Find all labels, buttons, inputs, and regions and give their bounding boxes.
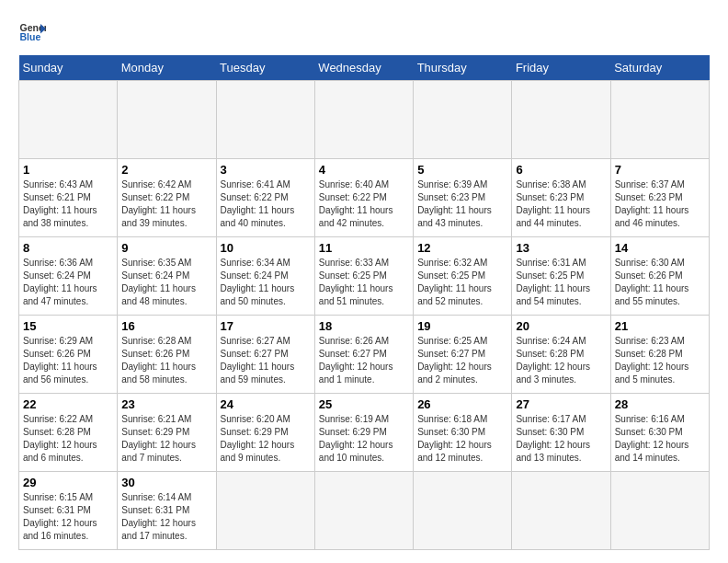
calendar-cell: 21Sunrise: 6:23 AM Sunset: 6:28 PM Dayli… bbox=[610, 316, 709, 394]
day-info: Sunrise: 6:41 AM Sunset: 6:22 PM Dayligh… bbox=[221, 178, 311, 230]
calendar-cell: 26Sunrise: 6:18 AM Sunset: 6:30 PM Dayli… bbox=[414, 394, 512, 472]
day-info: Sunrise: 6:20 AM Sunset: 6:29 PM Dayligh… bbox=[221, 413, 311, 465]
calendar-cell bbox=[414, 472, 512, 550]
calendar-cell: 6Sunrise: 6:38 AM Sunset: 6:23 PM Daylig… bbox=[512, 159, 610, 237]
day-number: 14 bbox=[615, 241, 705, 255]
day-number: 28 bbox=[615, 397, 705, 411]
weekday-header: Tuesday bbox=[216, 55, 314, 81]
calendar-cell: 24Sunrise: 6:20 AM Sunset: 6:29 PM Dayli… bbox=[216, 394, 314, 472]
day-info: Sunrise: 6:26 AM Sunset: 6:27 PM Dayligh… bbox=[319, 335, 409, 386]
calendar-cell: 9Sunrise: 6:35 AM Sunset: 6:24 PM Daylig… bbox=[118, 237, 216, 316]
day-number: 21 bbox=[615, 319, 705, 333]
calendar-cell bbox=[314, 472, 413, 550]
day-info: Sunrise: 6:21 AM Sunset: 6:29 PM Dayligh… bbox=[121, 413, 211, 465]
calendar-cell: 17Sunrise: 6:27 AM Sunset: 6:27 PM Dayli… bbox=[216, 316, 314, 394]
calendar-table: SundayMondayTuesdayWednesdayThursdayFrid… bbox=[18, 55, 710, 550]
day-number: 25 bbox=[319, 397, 409, 411]
day-number: 5 bbox=[417, 163, 507, 177]
day-number: 23 bbox=[121, 397, 211, 411]
day-number: 26 bbox=[417, 397, 507, 411]
calendar-cell: 14Sunrise: 6:30 AM Sunset: 6:26 PM Dayli… bbox=[610, 237, 709, 316]
week-row: 8Sunrise: 6:36 AM Sunset: 6:24 PM Daylig… bbox=[19, 237, 710, 316]
day-info: Sunrise: 6:18 AM Sunset: 6:30 PM Dayligh… bbox=[417, 413, 507, 465]
day-info: Sunrise: 6:14 AM Sunset: 6:31 PM Dayligh… bbox=[121, 491, 211, 543]
day-info: Sunrise: 6:29 AM Sunset: 6:26 PM Dayligh… bbox=[23, 335, 113, 386]
calendar-cell: 1Sunrise: 6:43 AM Sunset: 6:21 PM Daylig… bbox=[19, 159, 118, 237]
calendar-cell: 4Sunrise: 6:40 AM Sunset: 6:22 PM Daylig… bbox=[314, 159, 413, 237]
day-info: Sunrise: 6:27 AM Sunset: 6:27 PM Dayligh… bbox=[221, 335, 311, 386]
page-header: General Blue bbox=[18, 18, 710, 46]
calendar-cell: 11Sunrise: 6:33 AM Sunset: 6:25 PM Dayli… bbox=[314, 237, 413, 316]
day-info: Sunrise: 6:15 AM Sunset: 6:31 PM Dayligh… bbox=[23, 491, 113, 543]
day-number: 27 bbox=[516, 397, 606, 411]
day-info: Sunrise: 6:32 AM Sunset: 6:25 PM Dayligh… bbox=[417, 257, 507, 308]
calendar-cell: 15Sunrise: 6:29 AM Sunset: 6:26 PM Dayli… bbox=[19, 316, 118, 394]
day-number: 6 bbox=[516, 163, 606, 177]
day-info: Sunrise: 6:25 AM Sunset: 6:27 PM Dayligh… bbox=[417, 335, 507, 386]
svg-text:Blue: Blue bbox=[20, 31, 41, 42]
day-info: Sunrise: 6:22 AM Sunset: 6:28 PM Dayligh… bbox=[23, 413, 113, 465]
day-number: 9 bbox=[121, 241, 211, 255]
week-row: 1Sunrise: 6:43 AM Sunset: 6:21 PM Daylig… bbox=[19, 159, 710, 237]
day-number: 13 bbox=[516, 241, 606, 255]
day-info: Sunrise: 6:19 AM Sunset: 6:29 PM Dayligh… bbox=[319, 413, 409, 465]
calendar-cell bbox=[118, 81, 216, 159]
calendar-cell bbox=[216, 472, 314, 550]
day-number: 18 bbox=[319, 319, 409, 333]
day-number: 7 bbox=[615, 163, 705, 177]
calendar-cell: 13Sunrise: 6:31 AM Sunset: 6:25 PM Dayli… bbox=[512, 237, 610, 316]
day-number: 30 bbox=[121, 476, 211, 489]
day-info: Sunrise: 6:36 AM Sunset: 6:24 PM Dayligh… bbox=[23, 257, 113, 308]
calendar-cell bbox=[314, 81, 413, 159]
day-number: 11 bbox=[319, 241, 409, 255]
calendar-cell: 20Sunrise: 6:24 AM Sunset: 6:28 PM Dayli… bbox=[512, 316, 610, 394]
week-row: 29Sunrise: 6:15 AM Sunset: 6:31 PM Dayli… bbox=[19, 472, 710, 550]
day-number: 29 bbox=[23, 476, 113, 489]
day-info: Sunrise: 6:33 AM Sunset: 6:25 PM Dayligh… bbox=[319, 257, 409, 308]
day-number: 17 bbox=[221, 319, 311, 333]
day-info: Sunrise: 6:24 AM Sunset: 6:28 PM Dayligh… bbox=[516, 335, 606, 386]
calendar-cell: 30Sunrise: 6:14 AM Sunset: 6:31 PM Dayli… bbox=[118, 472, 216, 550]
weekday-header: Thursday bbox=[414, 55, 512, 81]
calendar-cell bbox=[19, 81, 118, 159]
calendar-cell: 5Sunrise: 6:39 AM Sunset: 6:23 PM Daylig… bbox=[414, 159, 512, 237]
day-info: Sunrise: 6:34 AM Sunset: 6:24 PM Dayligh… bbox=[221, 257, 311, 308]
calendar-cell bbox=[610, 81, 709, 159]
calendar-cell: 22Sunrise: 6:22 AM Sunset: 6:28 PM Dayli… bbox=[19, 394, 118, 472]
day-info: Sunrise: 6:38 AM Sunset: 6:23 PM Dayligh… bbox=[516, 178, 606, 230]
calendar-cell: 16Sunrise: 6:28 AM Sunset: 6:26 PM Dayli… bbox=[118, 316, 216, 394]
day-info: Sunrise: 6:31 AM Sunset: 6:25 PM Dayligh… bbox=[516, 257, 606, 308]
calendar-cell: 7Sunrise: 6:37 AM Sunset: 6:23 PM Daylig… bbox=[610, 159, 709, 237]
day-number: 3 bbox=[221, 163, 311, 177]
day-info: Sunrise: 6:42 AM Sunset: 6:22 PM Dayligh… bbox=[121, 178, 211, 230]
calendar-cell: 10Sunrise: 6:34 AM Sunset: 6:24 PM Dayli… bbox=[216, 237, 314, 316]
calendar-cell: 2Sunrise: 6:42 AM Sunset: 6:22 PM Daylig… bbox=[118, 159, 216, 237]
header-row: SundayMondayTuesdayWednesdayThursdayFrid… bbox=[19, 55, 710, 81]
calendar-cell: 12Sunrise: 6:32 AM Sunset: 6:25 PM Dayli… bbox=[414, 237, 512, 316]
day-number: 22 bbox=[23, 397, 113, 411]
day-info: Sunrise: 6:37 AM Sunset: 6:23 PM Dayligh… bbox=[615, 178, 705, 230]
calendar-cell bbox=[414, 81, 512, 159]
day-number: 16 bbox=[121, 319, 211, 333]
day-number: 2 bbox=[121, 163, 211, 177]
calendar-cell: 28Sunrise: 6:16 AM Sunset: 6:30 PM Dayli… bbox=[610, 394, 709, 472]
calendar-cell: 19Sunrise: 6:25 AM Sunset: 6:27 PM Dayli… bbox=[414, 316, 512, 394]
weekday-header: Wednesday bbox=[314, 55, 413, 81]
calendar-cell bbox=[512, 81, 610, 159]
calendar-cell bbox=[216, 81, 314, 159]
calendar-cell bbox=[610, 472, 709, 550]
day-info: Sunrise: 6:16 AM Sunset: 6:30 PM Dayligh… bbox=[615, 413, 705, 465]
calendar-cell: 23Sunrise: 6:21 AM Sunset: 6:29 PM Dayli… bbox=[118, 394, 216, 472]
day-number: 10 bbox=[221, 241, 311, 255]
week-row bbox=[19, 81, 710, 159]
logo-icon: General Blue bbox=[18, 18, 46, 46]
calendar-cell: 18Sunrise: 6:26 AM Sunset: 6:27 PM Dayli… bbox=[314, 316, 413, 394]
weekday-header: Friday bbox=[512, 55, 610, 81]
week-row: 22Sunrise: 6:22 AM Sunset: 6:28 PM Dayli… bbox=[19, 394, 710, 472]
day-number: 15 bbox=[23, 319, 113, 333]
day-info: Sunrise: 6:23 AM Sunset: 6:28 PM Dayligh… bbox=[615, 335, 705, 386]
day-info: Sunrise: 6:17 AM Sunset: 6:30 PM Dayligh… bbox=[516, 413, 606, 465]
day-info: Sunrise: 6:30 AM Sunset: 6:26 PM Dayligh… bbox=[615, 257, 705, 308]
logo: General Blue bbox=[18, 18, 46, 46]
day-number: 4 bbox=[319, 163, 409, 177]
